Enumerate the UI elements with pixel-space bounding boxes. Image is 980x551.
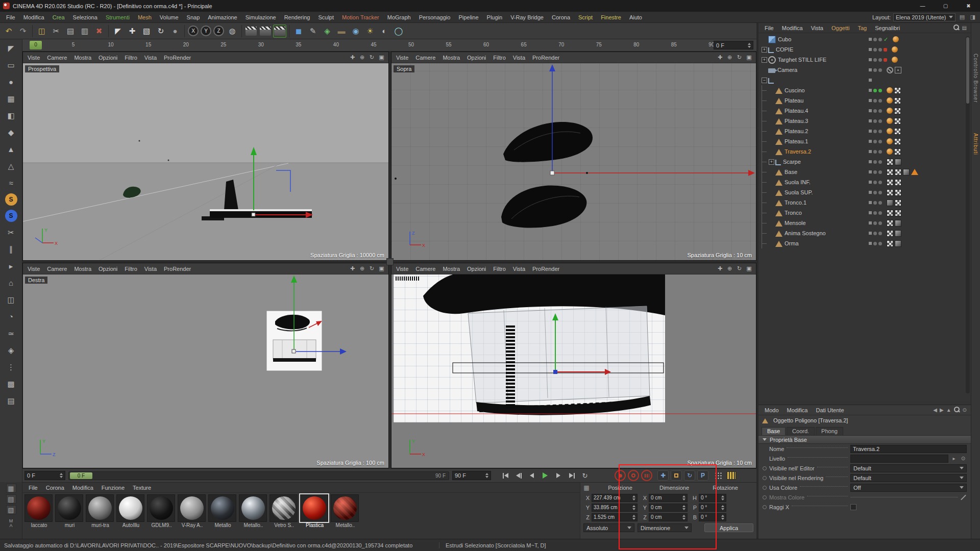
key-scale-toggle[interactable]: [671, 470, 682, 481]
viewport-menu-viste[interactable]: Viste: [393, 266, 412, 272]
uv-mode-icon[interactable]: ◔: [3, 309, 19, 324]
rotate-tool-icon[interactable]: ↻: [154, 24, 167, 38]
rectangle-select-icon[interactable]: ▭: [3, 57, 19, 73]
camera-icon[interactable]: ◉: [349, 24, 362, 38]
side-view-canvas[interactable]: Y Z: [23, 274, 388, 468]
render-visibility-dot[interactable]: [878, 140, 882, 143]
workplane-icon[interactable]: ⌂: [3, 275, 19, 291]
material-item[interactable]: Plastica: [300, 494, 329, 528]
layer-mark[interactable]: [869, 242, 872, 245]
layer-arrow-icon[interactable]: ▸: [950, 455, 958, 462]
mat-menu-corona[interactable]: Corona: [42, 482, 68, 493]
object-row[interactable]: Plateau.3: [758, 116, 971, 126]
viewport-menu-opzioni[interactable]: Opzioni: [463, 266, 489, 272]
grid-icon[interactable]: ▩: [3, 376, 19, 392]
render-visibility-dot[interactable]: [878, 201, 882, 205]
layout-panel-icon[interactable]: ◨: [969, 13, 977, 21]
pan-view-icon[interactable]: ✚: [716, 265, 724, 272]
paint-select-icon[interactable]: ●: [3, 74, 19, 90]
material-item[interactable]: Metallo: [208, 494, 237, 528]
editor-visibility-dot[interactable]: [873, 160, 877, 164]
layers-icon[interactable]: ▤: [3, 393, 19, 409]
viewport-menu-opzioni[interactable]: Opzioni: [95, 55, 121, 61]
editor-visibility-dot[interactable]: [873, 242, 877, 245]
dot-tag-icon[interactable]: [892, 46, 898, 53]
editor-visibility-dot[interactable]: [873, 181, 877, 184]
fcurve-icon[interactable]: [727, 471, 736, 480]
viewport-menu-mostra[interactable]: Mostra: [439, 55, 463, 61]
coordinate-mode-select[interactable]: Assoluto: [583, 523, 634, 532]
layer-mark[interactable]: [869, 232, 872, 235]
render-visibility-dot[interactable]: [878, 211, 882, 215]
checker-tag-icon[interactable]: [887, 230, 893, 237]
layer-mark[interactable]: [869, 38, 872, 41]
object-row[interactable]: Mensole: [758, 218, 971, 228]
filter-icon[interactable]: ▤: [962, 25, 967, 31]
render-visibility-dot[interactable]: [878, 181, 882, 184]
object-row[interactable]: Plateau: [758, 95, 971, 106]
viewport-menu-mostra[interactable]: Mostra: [70, 266, 95, 272]
menu-simulazione[interactable]: Simulazione: [241, 12, 280, 23]
viewport-right-side[interactable]: VisteCamereMostraOpzioniFiltroVistaProRe…: [22, 263, 389, 468]
xray-checkbox[interactable]: [850, 504, 856, 510]
mat-menu-file[interactable]: File: [24, 482, 42, 493]
render-visibility-dot[interactable]: [878, 58, 882, 62]
checker-tag-icon[interactable]: [895, 210, 901, 216]
delete-icon[interactable]: ✖: [92, 24, 106, 38]
targetbox-tag-icon[interactable]: [895, 67, 901, 73]
render-visibility-dot[interactable]: [878, 160, 882, 164]
layer-mark[interactable]: [869, 150, 872, 153]
viewport-menu-prorender[interactable]: ProRender: [529, 266, 563, 272]
layer-mark[interactable]: [869, 181, 872, 184]
position-z-field[interactable]: 1.525 cm: [592, 513, 638, 521]
history-forward-icon[interactable]: ▶: [940, 407, 944, 413]
menu-animazione[interactable]: Animazione: [204, 12, 241, 23]
section-header[interactable]: Proprietà Base: [758, 435, 971, 444]
material-item[interactable]: Metallo..: [331, 494, 360, 528]
tab-phong[interactable]: Phong: [816, 427, 843, 435]
move-tool-icon[interactable]: ✚: [126, 24, 139, 38]
checker-tag-icon[interactable]: [887, 240, 893, 247]
editor-visibility-dot[interactable]: [873, 130, 877, 133]
polygon-mode-icon[interactable]: ▦: [3, 91, 19, 107]
x-axis-lock-button[interactable]: X: [188, 26, 199, 36]
render-visibility-dot[interactable]: [878, 232, 882, 235]
frame-number-field[interactable]: 0 F: [714, 41, 753, 49]
expand-toggle[interactable]: +: [762, 57, 767, 63]
render-visibility-dot[interactable]: [878, 68, 882, 72]
end-frame-field[interactable]: 90 F: [452, 471, 491, 480]
texture-mode-icon[interactable]: ◫: [3, 292, 19, 308]
y-axis-lock-button[interactable]: Y: [201, 26, 211, 36]
checker-tag-icon[interactable]: [887, 189, 893, 196]
viewport-menu-camere[interactable]: Camere: [412, 55, 439, 61]
timeline-ruler[interactable]: 051015202530354045505560657075808590 0 F: [22, 39, 756, 52]
go-to-start-button[interactable]: [499, 470, 511, 481]
rotate-view-icon[interactable]: ↻: [368, 265, 376, 272]
layer-mark[interactable]: [869, 99, 872, 102]
layer-mark[interactable]: [869, 201, 872, 204]
autokey-button[interactable]: [628, 470, 639, 481]
rotate-view-icon[interactable]: ↻: [736, 265, 743, 272]
anim-knob[interactable]: [763, 476, 767, 480]
expand-toggle[interactable]: +: [769, 159, 774, 165]
expand-toggle[interactable]: −: [762, 78, 767, 83]
layout-save-icon[interactable]: ▤: [958, 13, 966, 21]
viewport-menu-vista[interactable]: Vista: [141, 55, 160, 61]
render-visibility-dot[interactable]: [878, 242, 882, 245]
perspective-canvas[interactable]: Y X: [23, 63, 388, 260]
viewport-perspective[interactable]: VisteCamereMostraOpzioniFiltroVistaProRe…: [22, 52, 389, 261]
mirror-icon[interactable]: ∥: [3, 241, 19, 257]
photo-tag-icon[interactable]: [895, 159, 901, 165]
axis-mode-icon[interactable]: △: [3, 158, 19, 174]
checker-tag-icon[interactable]: [887, 179, 893, 186]
go-to-end-button[interactable]: [566, 470, 578, 481]
render-view-button[interactable]: [244, 24, 258, 38]
maximize-view-icon[interactable]: ▣: [378, 265, 385, 272]
material-item[interactable]: GDLM9..: [147, 494, 176, 528]
dot-tag-icon[interactable]: [887, 87, 893, 93]
next-frame-button[interactable]: [552, 470, 565, 481]
maximize-view-icon[interactable]: ▣: [745, 54, 753, 61]
menu-file[interactable]: File: [2, 12, 19, 23]
rotate-view-icon[interactable]: ↻: [368, 54, 376, 61]
editor-visibility-dot[interactable]: [873, 150, 877, 154]
